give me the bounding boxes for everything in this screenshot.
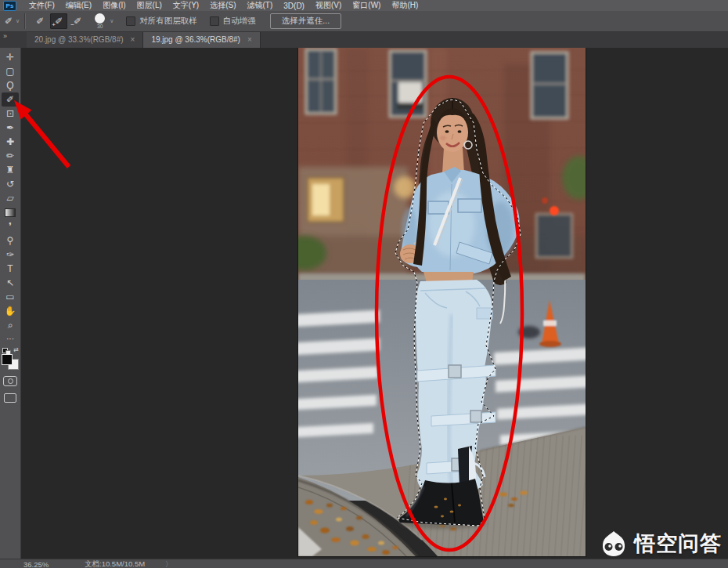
separator [24,13,26,29]
menu-type[interactable]: 文字(Y) [168,0,204,11]
pen-tool[interactable]: ✑ [2,248,19,262]
quick-selection-icon: ✐ [6,95,14,104]
marquee-tool[interactable]: ▢ [2,64,19,78]
rectangle-icon: ▭ [5,292,14,302]
watermark: 悟空问答 [598,530,722,558]
menu-filter[interactable]: 滤镜(T) [242,0,279,11]
brush-size-picker[interactable]: 30 [95,13,105,30]
eyedropper-icon: ✒ [6,123,14,132]
healing-brush-icon: ✚ [6,137,14,147]
lasso-icon: Ϙ [6,81,13,90]
foreground-color-swatch[interactable] [2,354,13,365]
pen-nib-icon: ✑ [6,250,14,259]
zoom-tool[interactable]: ⌕ [2,318,19,332]
color-swatches: ⇄ [1,348,20,370]
eyedropper-tool[interactable]: ✒ [2,121,19,135]
document-tab-bar: » 20.jpg @ 33.3%(RGB/8#) × 19.jpg @ 36.3… [0,31,728,48]
quick-mask-button[interactable] [3,376,17,386]
clone-stamp-icon: ♜ [6,165,15,175]
tab-label: 19.jpg @ 36.3%(RGB/8#) [151,35,240,44]
clone-stamp-tool[interactable]: ♜ [2,163,19,177]
wukong-logo-icon [598,530,629,558]
brush-preview-icon [95,13,105,24]
path-selection-tool[interactable]: ↖ [2,276,19,290]
blur-tool[interactable]: ❜ [2,219,19,233]
minus-badge-icon: − [70,21,74,28]
menu-file[interactable]: 文件(F) [23,0,60,11]
sample-all-layers-checkbox[interactable] [126,16,135,26]
ellipsis-icon: ··· [6,335,14,343]
auto-enhance-label: 自动增强 [223,16,256,27]
dodge-tool[interactable]: ⚲ [2,233,19,248]
gradient-tool[interactable] [2,205,19,219]
menu-bar: Ps 文件(F) 编辑(E) 图像(I) 图层(L) 文字(Y) 选择(S) 滤… [0,0,728,11]
quick-select-brush-icon: ✐ [5,16,13,27]
add-to-selection-button[interactable]: ✐ + [50,13,67,29]
chevron-down-icon: ∨ [16,18,20,24]
hand-tool[interactable]: ✋ [2,304,19,318]
menu-image[interactable]: 图像(I) [97,0,131,11]
move-icon: ✛ [6,52,14,62]
type-tool[interactable]: T [2,262,19,276]
menu-window[interactable]: 窗口(W) [347,0,386,11]
menu-layer[interactable]: 图层(L) [132,0,168,11]
close-icon[interactable]: × [247,35,252,44]
eraser-tool[interactable]: ▱ [2,191,19,205]
menu-3d[interactable]: 3D(D) [278,2,310,10]
lasso-tool[interactable]: Ϙ [2,78,19,92]
photo-image [298,48,586,556]
menu-select[interactable]: 选择(S) [204,0,241,11]
sample-all-layers-label: 对所有图层取样 [139,16,197,27]
magnifier-icon: ⌕ [8,320,13,330]
water-drop-icon: ❜ [9,222,12,231]
select-and-mask-button[interactable]: 选择并遮住... [270,13,341,29]
dodge-icon: ⚲ [7,236,14,245]
tool-options-bar: ✐ ∨ ✐ ✐ + ✐ − 30 ∨ 对所有图层取样 自动增强 选择并遮住... [0,11,728,32]
history-brush-tool[interactable]: ↺ [2,177,19,191]
tab-20jpg[interactable]: 20.jpg @ 33.3%(RGB/8#) × [27,31,143,48]
quick-selection-tool[interactable]: ✐ [2,92,19,107]
brush-icon: ✐ [74,16,81,27]
toolbar-collapse-icon[interactable]: » [0,31,27,48]
auto-enhance-checkbox[interactable] [210,16,219,26]
watermark-text: 悟空问答 [634,530,722,558]
type-icon: T [7,264,13,273]
crop-tool[interactable]: ⊡ [2,107,19,121]
status-bar: 36.25% 文档:10.5M/10.5M 〉 [0,559,728,568]
chevron-down-icon: ∨ [110,18,114,24]
edit-toolbar-button[interactable]: ··· [2,332,19,346]
eraser-icon: ▱ [6,194,13,203]
cursor-arrow-icon: ↖ [6,278,14,288]
crop-icon: ⊡ [6,109,14,118]
brush-icon: ✏ [6,151,14,161]
swap-colors-icon[interactable]: ⇄ [13,346,19,353]
document-size-info: 文档:10.5M/10.5M [85,559,145,568]
menu-view[interactable]: 视图(V) [310,0,347,11]
photo-canvas[interactable] [298,48,586,556]
history-brush-icon: ↺ [6,179,14,189]
menu-edit[interactable]: 编辑(E) [60,0,97,11]
photoshop-window: Ps 文件(F) 编辑(E) 图像(I) 图层(L) 文字(Y) 选择(S) 滤… [0,0,728,568]
tool-preset-picker[interactable]: ✐ ∨ [5,16,20,27]
marquee-icon: ▢ [5,67,14,76]
brush-icon: ✐ [55,16,63,27]
photoshop-logo-icon: Ps [3,1,16,11]
tab-label: 20.jpg @ 33.3%(RGB/8#) [34,35,124,44]
screen-mode-button[interactable] [4,393,16,403]
zoom-level-field[interactable]: 36.25% [23,560,64,568]
brush-tool[interactable]: ✏ [2,149,19,163]
menu-help[interactable]: 帮助(H) [386,0,423,11]
shape-tool[interactable]: ▭ [2,290,19,304]
tools-panel: ✛ ▢ Ϙ ✐ ⊡ ✒ ✚ ✏ ♜ ↺ ▱ ❜ ⚲ ✑ T ↖ ▭ ✋ ⌕ ··… [0,48,20,561]
healing-brush-tool[interactable]: ✚ [2,135,19,149]
status-popup-chevron-icon[interactable]: 〉 [165,559,172,568]
brush-size-value: 30 [97,24,103,30]
tab-19jpg[interactable]: 19.jpg @ 36.3%(RGB/8#) × [143,31,260,48]
move-tool[interactable]: ✛ [2,50,19,64]
new-selection-button[interactable]: ✐ [31,13,49,29]
brush-icon: ✐ [36,16,44,27]
quick-mask-icon [8,378,13,384]
close-icon[interactable]: × [131,35,135,44]
gradient-icon [5,208,16,217]
subtract-from-selection-button[interactable]: ✐ − [69,13,86,29]
